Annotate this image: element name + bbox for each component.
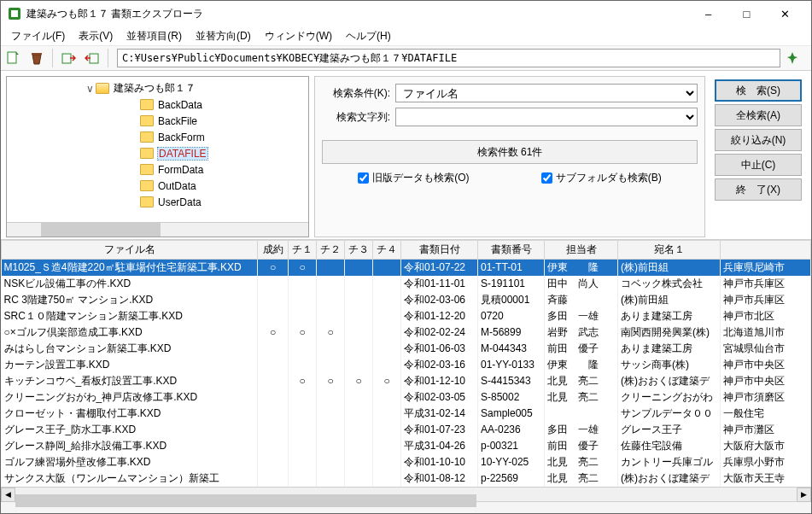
col-ch2[interactable]: チ２ bbox=[317, 241, 345, 260]
tree-scrollbar[interactable] bbox=[7, 222, 308, 237]
search-button[interactable]: 検 索(S) bbox=[715, 79, 802, 102]
minimize-button[interactable]: – bbox=[689, 2, 727, 26]
narrow-button[interactable]: 絞り込み(N) bbox=[715, 129, 802, 151]
menu-file[interactable]: ファイル(F) bbox=[4, 27, 72, 45]
search-text-label: 検索文字列: bbox=[322, 110, 395, 125]
search-text-input[interactable] bbox=[395, 108, 698, 126]
folder-icon bbox=[140, 99, 154, 110]
exit-button[interactable]: 終 了(X) bbox=[715, 178, 802, 201]
col-num[interactable]: 書類番号 bbox=[478, 241, 545, 260]
svg-rect-4 bbox=[62, 54, 71, 63]
search-all-button[interactable]: 全検索(A) bbox=[715, 104, 802, 126]
table-row[interactable]: ○×ゴルフ倶楽部造成工事.KXD○○○令和02-02-24M-56899岩野 武… bbox=[2, 324, 811, 341]
col-addr2[interactable] bbox=[721, 241, 811, 260]
window-title: 建築みつも郎１７ 書類エクスプローラ bbox=[26, 7, 689, 21]
svg-rect-1 bbox=[11, 10, 18, 17]
table-row[interactable]: みはらし台マンション新築工事.KXD令和01-06-03M-044343前田 優… bbox=[2, 341, 811, 357]
table-row[interactable]: SRC１０階建マンション新築工事.KXD令和01-12-200720多田 一雄あ… bbox=[2, 308, 811, 324]
table-row[interactable]: RC 3階建750㎡ マンション.KXD令和02-03-06見積00001斉藤(… bbox=[2, 292, 811, 308]
col-filename[interactable]: ファイル名 bbox=[2, 241, 258, 260]
svg-rect-3 bbox=[32, 53, 42, 55]
tree-item-userdata[interactable]: UserData bbox=[9, 194, 307, 210]
import-icon[interactable] bbox=[56, 47, 80, 69]
pin-icon[interactable] bbox=[786, 51, 806, 65]
folder-icon bbox=[140, 115, 154, 126]
col-contract[interactable]: 成約 bbox=[258, 241, 289, 260]
stop-button[interactable]: 中止(C) bbox=[715, 154, 802, 176]
col-addr[interactable]: 宛名１ bbox=[618, 241, 721, 260]
folder-icon bbox=[140, 164, 154, 175]
search-panel: 検索条件(K): ファイル名 検索文字列: 検索件数 61件 旧版データも検索(… bbox=[314, 76, 705, 237]
tree-root[interactable]: ∨ 建築みつも郎１７ bbox=[9, 80, 307, 96]
table-row[interactable]: クローゼット・書棚取付工事.KXD平成31-02-14Sample005サンプル… bbox=[2, 406, 811, 422]
col-ch4[interactable]: チ４ bbox=[373, 241, 401, 260]
svg-rect-5 bbox=[90, 54, 98, 63]
table-row[interactable]: グレース静岡_給排水設備工事.KXD平成31-04-26p-00321前田 優子… bbox=[2, 438, 811, 454]
menu-help[interactable]: ヘルプ(H) bbox=[339, 27, 398, 45]
menu-sortdir[interactable]: 並替方向(D) bbox=[189, 27, 258, 45]
tree-item-backform[interactable]: BackForm bbox=[9, 129, 307, 145]
folder-icon bbox=[140, 148, 154, 159]
scroll-left-icon[interactable]: ◀ bbox=[1, 488, 15, 502]
svg-rect-2 bbox=[8, 52, 16, 63]
menu-bar: ファイル(F) 表示(V) 並替項目(R) 並替方向(D) ウィンドウ(W) ヘ… bbox=[1, 26, 811, 45]
toolbar: C:¥Users¥Public¥Documents¥KOBEC¥建築みつも郎１７… bbox=[1, 45, 811, 71]
app-icon bbox=[8, 7, 21, 20]
button-column: 検 索(S) 全検索(A) 絞り込み(N) 中止(C) 終 了(X) bbox=[710, 76, 806, 237]
menu-sortitem[interactable]: 並替項目(R) bbox=[120, 27, 189, 45]
close-button[interactable]: ✕ bbox=[766, 2, 804, 26]
menu-window[interactable]: ウィンドウ(W) bbox=[258, 27, 339, 45]
result-grid[interactable]: ファイル名 成約 チ１ チ２ チ３ チ４ 書類日付 書類番号 担当者 宛名１ M… bbox=[1, 239, 811, 487]
folder-tree[interactable]: ∨ 建築みつも郎１７ BackDataBackFileBackFormDATAF… bbox=[6, 76, 309, 237]
tree-item-backfile[interactable]: BackFile bbox=[9, 113, 307, 129]
delete-icon[interactable] bbox=[25, 47, 49, 69]
tree-item-formdata[interactable]: FormData bbox=[9, 161, 307, 178]
table-row[interactable]: サンクス大阪（ワンルームマンション）新築工令和01-08-12p-22569北見… bbox=[2, 470, 811, 487]
col-date[interactable]: 書類日付 bbox=[401, 241, 478, 260]
folder-icon bbox=[140, 180, 154, 191]
table-row[interactable]: グレース王子_防水工事.KXD令和01-07-23AA-0236多田 一雄グレー… bbox=[2, 422, 811, 438]
tree-item-outdata[interactable]: OutData bbox=[9, 178, 307, 194]
tree-item-backdata[interactable]: BackData bbox=[9, 96, 307, 113]
table-row[interactable]: M1025_Ｓ造4階建220㎡駐車場付住宅新築工事.KXD○○令和01-07-2… bbox=[2, 260, 811, 276]
tree-item-datafile[interactable]: DATAFILE bbox=[9, 145, 307, 161]
folder-icon bbox=[140, 131, 154, 143]
col-ch1[interactable]: チ１ bbox=[289, 241, 317, 260]
path-field[interactable]: C:¥Users¥Public¥Documents¥KOBEC¥建築みつも郎１７… bbox=[117, 49, 780, 67]
table-row[interactable]: ゴルフ練習場外壁改修工事.KXD令和01-10-1010-YY-025北見 亮二… bbox=[2, 454, 811, 470]
folder-icon bbox=[140, 196, 154, 207]
col-ch3[interactable]: チ３ bbox=[345, 241, 373, 260]
table-row[interactable]: キッチンコウベ_看板灯設置工事.KXD○○○○令和01-12-10S-44153… bbox=[2, 373, 811, 389]
table-row[interactable]: NSKビル設備工事の件.KXD令和01-11-01S-191101田中 尚人コベ… bbox=[2, 276, 811, 292]
search-cond-select[interactable]: ファイル名 bbox=[395, 84, 698, 102]
check-subfolder[interactable]: サブフォルダも検索(B) bbox=[541, 171, 662, 185]
search-cond-label: 検索条件(K): bbox=[322, 86, 395, 101]
menu-view[interactable]: 表示(V) bbox=[72, 27, 120, 45]
new-doc-icon[interactable] bbox=[1, 47, 25, 69]
table-row[interactable]: カーテン設置工事.KXD令和02-03-1601-YY-0133伊東 隆サッシ商… bbox=[2, 357, 811, 373]
export-icon[interactable] bbox=[80, 47, 104, 69]
folder-open-icon bbox=[96, 83, 109, 94]
grid-scrollbar[interactable]: ◀ ▶ bbox=[1, 487, 811, 501]
collapse-icon[interactable]: ∨ bbox=[84, 83, 96, 95]
result-count: 検索件数 61件 bbox=[322, 140, 698, 164]
scroll-right-icon[interactable]: ▶ bbox=[797, 488, 811, 502]
table-row[interactable]: クリーニングおがわ_神戸店改修工事.KXD令和02-03-05S-85002北見… bbox=[2, 389, 811, 406]
check-oldver[interactable]: 旧版データも検索(O) bbox=[358, 171, 469, 185]
col-owner[interactable]: 担当者 bbox=[545, 241, 618, 260]
maximize-button[interactable]: □ bbox=[727, 2, 766, 26]
